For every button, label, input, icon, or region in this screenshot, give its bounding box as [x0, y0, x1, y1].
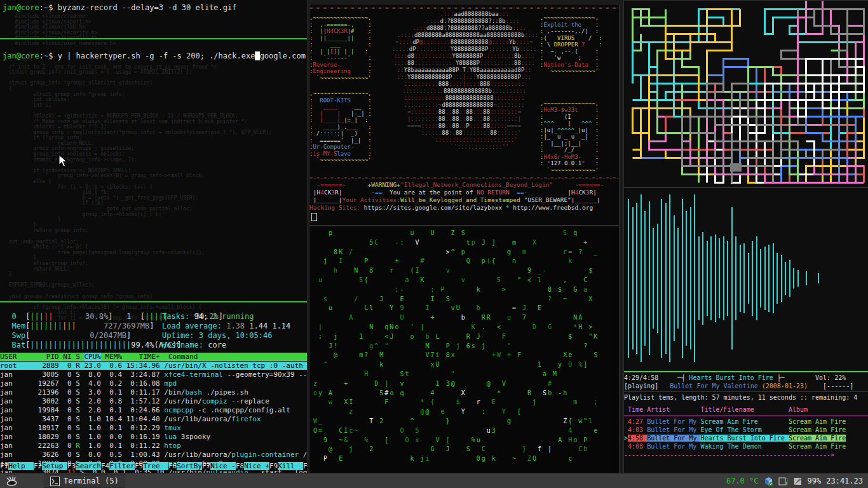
banner-warning-text: -======- +WARNING+"Illegal_Network_Conne… — [309, 181, 619, 212]
claw-menu-icon[interactable] — [5, 475, 19, 487]
playlist-row[interactable]: >4:58 Bullet For My Hearts Burst Into Fi… — [624, 434, 868, 442]
htop-header-row[interactable]: USER PID NI S CPU% MEM% TIME+ Command — [0, 353, 307, 362]
hacker-banner-window[interactable]: =-=-=-=-=-=-=-=-=-=-=-=-=-=-=-=-=-=-=-=-… — [309, 4, 620, 226]
banner-box-rootkits: ,~~~~~~~~~~~~~~~~,: R00T-KITS :: ____ __… — [309, 90, 388, 164]
process-row[interactable]: jan 19984 0 S 2.0 0.1 0:24.66 ncmpcpp -c… — [0, 406, 307, 415]
banner-border-mid: =-=-=-=-=-=-=-=-=-=-=-=-=-=-=-=-=-=-=-=-… — [309, 175, 619, 181]
playlist-header-rule — [624, 416, 868, 416]
playlist-row[interactable]: 4:03 Bullet For My Eye Of The Storm Scre… — [624, 426, 868, 434]
htop-summary: Tasks: 94; 2 runningLoad average: 1.38 1… — [162, 312, 290, 350]
cmatrix-window[interactable]: p u U Z S S q 5C -: V tp J ] m X + 8K / … — [309, 226, 620, 473]
process-row[interactable]: jan 19267 0 S 4.0 0.2 0:16.08 mpd — [0, 379, 307, 388]
clipboard-manager-icon[interactable] — [793, 477, 803, 486]
playlist-end-rule: ----------------------------------------… — [624, 451, 868, 459]
terminal-icon — [50, 477, 60, 486]
music-window[interactable]: 4:29/4:58 ─┤ Hearts Burst Into Fire ├─ V… — [623, 187, 868, 474]
playlist-row[interactable]: 4:27 Bullet For My Scream Aim Fire Screa… — [624, 417, 868, 426]
banner-box-home-sweet: ,~~~~~~~~~~~~~~~,:HoM3-$w33t :: (I ::^^^… — [540, 100, 619, 174]
banner-cursor — [311, 213, 317, 221]
now-playing-title-line: 4:29/4:58 ─┤ Hearts Burst Into Fire ├─ V… — [624, 374, 868, 382]
shell-prompt-byzanz: jan@core:~$ byzanz-record --delay=3 -d 3… — [0, 0, 307, 13]
matrix-rain: p u U Z S S q 5C -: V tp J ] m X + 8K / … — [309, 226, 619, 464]
taskbar-task-terminal[interactable]: Terminal (5) — [44, 474, 125, 488]
player-separator — [624, 391, 868, 392]
playlist-row[interactable]: 4:08 Bullet For My Waking The Demon Scre… — [624, 442, 868, 451]
process-row[interactable]: jan 3002 0 S 2.0 0.8 1:57.12 /usr/bin/co… — [0, 397, 307, 406]
process-row[interactable]: jan 3626 0 S 0.0 0.5 1:00.43 /usr/lib/au… — [0, 451, 307, 459]
taskbar: Terminal (5) 67.0 °C 99% 23:41. — [0, 473, 868, 488]
clock[interactable]: 23:41.23 — [826, 477, 863, 485]
desktop: jan@core:~$ byzanz-record --delay=3 -d 3… — [0, 0, 868, 488]
banner-box-h4ck3r: ,~~~~~~~~~~~~~~~~,: ,-======-, :: ||H4CK… — [309, 15, 388, 81]
cpu-temp: 67.0 °C — [726, 477, 759, 485]
playlist-header: Time Artist Title/Filename Album — [624, 405, 868, 414]
banner-border-top: =-=-=-=-=-=-=-=-=-=-=-=-=-=-=-=-=-=-=-=-… — [309, 4, 619, 11]
task-label: Terminal (5) — [64, 477, 119, 485]
system-tray: 67.0 °C 99% 23:41.23 — [726, 477, 868, 486]
shell-prompt-hackertyper: jan@core:~$ y | hackertyper.sh -g -f -s … — [0, 47, 307, 61]
mouse-cursor — [58, 154, 67, 167]
process-row[interactable]: jan 18029 0 S 1.0 0.0 0:16.19 lua 3spook… — [0, 433, 307, 442]
pipes-window[interactable] — [623, 0, 868, 187]
banner-body: ,~~~~~~~~~~~~~~~~,: ,-======-, :: ||H4CK… — [309, 11, 619, 173]
process-row[interactable]: jan 3437 0 S 1.0 10.4 11:04.40 /usr/lib/… — [0, 415, 307, 424]
process-row[interactable]: jan 3005 0 S 8.0 0.4 3:24.87 xfce4-termi… — [0, 370, 307, 379]
hackertyper-includes: #include <linux/cred.h> #include <linux/… — [0, 14, 307, 47]
now-playing-artist-line: [playing] Bullet For My Valentine (2008-… — [624, 382, 868, 390]
package-updater-icon[interactable] — [764, 477, 773, 486]
process-row[interactable]: jan 18917 0 S 1.0 0.1 0:12.29 tmux — [0, 424, 307, 433]
terminal-window-left[interactable]: jan@core:~$ byzanz-record --delay=3 -d 3… — [0, 0, 308, 473]
audio-visualizer — [624, 188, 868, 371]
htop-function-keys[interactable]: F1Help F2Setup F3SearchF4FilterF5Tree F6… — [0, 462, 307, 471]
power-manager-icon[interactable] — [778, 477, 788, 486]
ncmpcpp-player: 4:29/4:58 ─┤ Hearts Burst Into Fire ├─ V… — [624, 374, 868, 459]
process-row[interactable]: root 2889 0 R 23.0 0.6 15:34.96 /usr/bin… — [0, 362, 307, 370]
pipes-canvas — [624, 1, 867, 186]
process-row[interactable]: jan 21396 0 S 3.0 0.1 0:11.17 /bin/bash … — [0, 388, 307, 397]
htop-process-table: USER PID NI S CPU% MEM% TIME+ Command ro… — [0, 353, 307, 473]
hackertyper-code: /* init to 2 - one for init_task, one to… — [0, 65, 307, 322]
skull-ascii-art: .:::aad8888888baa::: .::::d:?88888888888… — [388, 11, 540, 151]
tmux-split-divider — [0, 38, 307, 39]
tmux-split-divider-2 — [0, 301, 307, 302]
playlist-summary: Playlist tems, length: 57 minutes, 11 se… — [624, 393, 868, 402]
process-row[interactable]: jan 22263 0 R 1.0 0.1 0:11.22 htop — [0, 442, 307, 451]
visualizer-baseline — [624, 371, 868, 372]
battery-percent: 99% — [808, 477, 822, 485]
banner-box-virus-dropper: ,~~~~~~~~~~~~~~~,:Exploit-the :: ,------… — [540, 15, 619, 75]
